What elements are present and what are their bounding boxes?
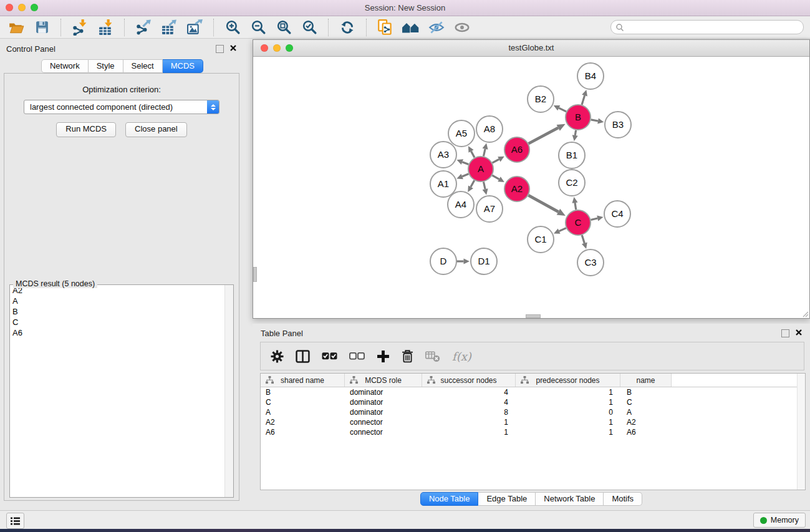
edge-C-C2[interactable] [575,203,576,210]
table-cell[interactable]: connector [345,417,422,427]
table-row[interactable]: Bdominator41B [261,387,805,397]
export-table-button[interactable] [159,18,179,37]
network-canvas[interactable]: B4B2BB3A5A8A6B1A3AC2A1A2A4A7C4CC1C3DD1 [253,57,809,318]
network-graph[interactable]: B4B2BB3A5A8A6B1A3AC2A1A2A4A7C4CC1C3DD1 [253,57,809,318]
table-row[interactable]: Adominator80A [261,407,805,417]
edge-A6-B[interactable] [529,128,559,143]
run-mcds-button[interactable]: Run MCDS [56,122,116,137]
import-network-button[interactable] [70,18,90,37]
edge-C-C4[interactable] [591,218,597,220]
export-network-button[interactable] [133,18,153,37]
eye-button[interactable] [452,18,472,37]
table-row[interactable]: A2connector11A2 [261,417,805,427]
edge-A-A6[interactable] [493,159,499,163]
task-history-button[interactable] [6,513,24,529]
delete-table-icon[interactable] [425,350,440,362]
table-cell[interactable]: B [261,387,345,397]
search-input[interactable] [627,22,799,32]
table-cell[interactable]: 1 [422,417,516,427]
close-panel-button[interactable]: Close panel [125,122,187,137]
table-cell[interactable]: 8 [422,407,516,417]
search-field[interactable] [610,20,804,34]
column-header-successor-nodes[interactable]: successor nodes [422,374,516,387]
float-table-panel-icon[interactable] [781,329,789,337]
edge-A-A7[interactable] [483,182,485,190]
split-columns-icon[interactable] [296,350,310,363]
tab-network-table[interactable]: Network Table [536,492,604,506]
table-cell[interactable]: 0 [516,407,620,417]
import-table-button[interactable] [95,18,115,37]
edge-B-B2[interactable] [559,108,566,112]
zoom-window-button[interactable] [31,4,38,11]
column-header-MCDS-role[interactable]: MCDS role [345,374,422,387]
table-cell[interactable]: 4 [422,397,516,407]
float-panel-icon[interactable] [216,45,224,53]
tab-network[interactable]: Network [41,59,89,73]
table-cell[interactable]: connector [345,427,422,437]
table-cell[interactable]: C [261,397,345,407]
table-cell[interactable]: A2 [620,417,672,427]
table-cell[interactable]: dominator [345,387,422,397]
resize-grip-icon[interactable] [801,310,809,317]
eye-slash-button[interactable] [427,18,446,37]
minimize-network-window-button[interactable] [273,44,281,52]
save-session-button[interactable] [32,18,52,37]
edge-C-C1[interactable] [559,228,566,231]
result-item[interactable]: A6 [10,327,233,338]
edge-A-A2[interactable] [492,175,499,179]
horizontal-scroll-thumb[interactable] [526,314,541,318]
duplicate-network-button[interactable] [375,18,395,37]
table-cell[interactable]: dominator [345,407,422,417]
table-cell[interactable]: 1 [516,387,620,397]
table-cell[interactable]: 1 [422,427,516,437]
table-cell[interactable]: 4 [422,387,516,397]
edge-A-A1[interactable] [462,174,468,177]
table-cell[interactable]: C [620,397,672,407]
edge-A-A3[interactable] [462,162,468,165]
tab-mcds[interactable]: MCDS [163,59,203,73]
zoom-network-window-button[interactable] [286,44,293,52]
table-row[interactable]: Cdominator41C [261,397,805,407]
vertical-scroll-thumb[interactable] [253,267,257,282]
table-cell[interactable]: 1 [516,417,620,427]
function-builder-icon[interactable]: f(x) [452,350,471,363]
houses-button[interactable] [401,18,421,37]
result-scrollbar[interactable] [224,285,233,497]
zoom-fit-button[interactable] [274,18,294,37]
close-panel-icon[interactable] [229,44,237,52]
edge-B-B4[interactable] [582,95,584,105]
deselect-all-checkboxes-icon[interactable] [349,351,365,362]
table-row[interactable]: A6connector11A6 [261,427,805,437]
close-network-window-button[interactable] [261,44,268,52]
minimize-window-button[interactable] [18,4,26,11]
result-item[interactable]: B [10,306,233,317]
export-image-button[interactable] [185,18,205,37]
zoom-selected-button[interactable] [299,18,319,37]
table-cell[interactable]: A [261,407,345,417]
close-window-button[interactable] [6,4,13,11]
settings-gear-icon[interactable] [271,350,284,363]
edge-B-B3[interactable] [591,120,598,121]
tab-motifs[interactable]: Motifs [604,492,642,506]
tab-style[interactable]: Style [89,59,123,73]
table-cell[interactable]: A2 [261,417,345,427]
tab-select[interactable]: Select [123,59,163,73]
criterion-dropdown[interactable]: largest connected component (directed) [24,100,219,114]
open-session-button[interactable] [6,18,26,37]
delete-column-icon[interactable] [402,349,413,363]
edge-A-A4[interactable] [471,180,475,186]
tab-node-table[interactable]: Node Table [420,492,479,506]
refresh-button[interactable] [337,18,357,37]
close-table-panel-icon[interactable] [795,329,803,336]
result-item[interactable]: C [10,317,233,327]
zoom-out-button[interactable] [248,18,268,37]
table-cell[interactable]: A6 [620,427,672,437]
table-cell[interactable]: dominator [345,397,422,407]
column-header-shared-name[interactable]: shared name [261,374,345,387]
table-cell[interactable]: A [620,407,672,417]
result-item[interactable]: A [10,296,233,306]
column-header-predecessor-nodes[interactable]: predecessor nodes [516,374,620,387]
zoom-in-button[interactable] [223,18,243,37]
table-cell[interactable]: B [620,387,672,397]
edge-B-B1[interactable] [575,130,576,135]
